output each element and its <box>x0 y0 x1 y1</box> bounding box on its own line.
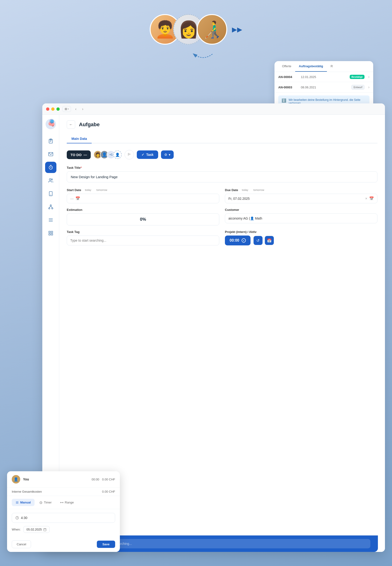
task-title-label: Task Title* <box>67 166 378 170</box>
task-check-icon: ✓ <box>141 153 144 156</box>
sidebar-item-clipboard[interactable] <box>45 135 56 147</box>
sidebar-item-list[interactable] <box>45 214 56 226</box>
start-tomorrow-btn[interactable]: tomorrow <box>95 188 109 192</box>
avatar-stack: 👩 👤 +1 👤 <box>94 150 122 159</box>
customer-value: aiconomy AG (👤 Math <box>228 216 262 220</box>
time-field-value: 4:30 <box>21 516 27 520</box>
row1-chevron[interactable]: › <box>368 75 369 79</box>
maximize-button[interactable] <box>56 107 60 111</box>
cancel-button[interactable]: Cancel <box>12 540 31 548</box>
sidebar-item-mobile[interactable] <box>45 188 56 199</box>
sidebar-toggle[interactable]: ⊞ ▾ <box>63 106 71 112</box>
row2-chevron[interactable]: › <box>368 85 369 89</box>
popup-tab-range[interactable]: Range <box>56 499 78 506</box>
svg-point-11 <box>49 179 51 180</box>
due-calendar-icon[interactable]: 📅 <box>369 196 374 201</box>
svg-rect-34 <box>43 528 46 531</box>
bottom-bar <box>84 536 378 552</box>
svg-rect-23 <box>49 231 50 233</box>
forward-arrow: ▶▶ <box>232 26 242 33</box>
traffic-lights <box>46 107 60 111</box>
task-button[interactable]: ✓ Task <box>137 150 158 159</box>
when-date-value: 05.02.2025 <box>27 528 42 531</box>
bottom-search-input[interactable] <box>92 539 370 548</box>
estimation-label: Estimation <box>67 208 219 212</box>
todo-badge[interactable]: TO DO — <box>67 150 91 159</box>
sidebar-item-network[interactable] <box>45 201 56 212</box>
customer-field: Customer aiconomy AG (👤 Math <box>225 208 378 226</box>
gesamtkosten-cost: 0.00 CHF <box>102 490 115 493</box>
svg-text:🌐: 🌐 <box>50 120 54 123</box>
when-label: When: <box>12 528 21 531</box>
nav-forward-btn[interactable]: › <box>81 106 84 112</box>
start-today-btn[interactable]: today <box>84 188 93 192</box>
tab-r[interactable]: R <box>327 61 336 72</box>
popup-cost: 0.00 CHF <box>102 478 115 481</box>
task-tag-input[interactable] <box>67 236 219 245</box>
popup-user: You <box>23 477 89 481</box>
status-badge-entwurf: Entwurf <box>351 85 364 90</box>
required-mark: * <box>81 166 82 170</box>
estimation-input[interactable] <box>67 213 219 226</box>
sidebar-item-mail[interactable] <box>45 149 56 160</box>
timer-value: 00:00 <box>230 238 239 242</box>
due-date-clear-icon[interactable]: × <box>365 197 367 201</box>
customer-input[interactable]: aiconomy AG (👤 Math <box>225 213 378 223</box>
task-btn-label: Task <box>146 153 154 156</box>
popup-tab-manual[interactable]: Manual <box>12 499 35 506</box>
offerte-tabs: Offerte Auftragsbestätig R <box>275 61 373 72</box>
popup-tabs: Manual Timer Range <box>7 496 120 509</box>
start-calendar-icon[interactable]: 📅 <box>75 196 80 201</box>
popup-actions: Cancel Save <box>7 540 120 552</box>
customer-label: Customer <box>225 208 378 212</box>
proj-calendar-btn[interactable]: 📅 <box>265 236 274 245</box>
popup-tab-timer[interactable]: Timer <box>35 499 56 506</box>
svg-rect-26 <box>51 234 52 235</box>
svg-point-16 <box>48 208 50 209</box>
timer-stop-icon[interactable]: ● <box>242 238 246 242</box>
tab-main-data[interactable]: Main Data <box>67 134 92 143</box>
tab-auftragsbestatigt[interactable]: Auftragsbestätig <box>295 61 327 72</box>
svg-rect-25 <box>49 234 50 235</box>
gear-dropdown-button[interactable]: ⚙ ▾ <box>161 150 174 159</box>
back-button[interactable]: ← <box>67 120 75 129</box>
window-titlebar: ⊞ ▾ ‹ › <box>42 103 385 115</box>
popup-header: 👤 You 00:00 0.00 CHF <box>7 471 120 487</box>
page-header: ← Aufgabe <box>67 120 378 129</box>
svg-line-18 <box>49 206 51 208</box>
nav-back-btn[interactable]: ‹ <box>74 106 78 112</box>
time-field[interactable]: 4:30 <box>12 513 115 523</box>
close-button[interactable] <box>46 107 49 111</box>
flag-button[interactable]: 🏳 <box>125 150 134 159</box>
task-tag-label: Task Tag <box>67 230 219 234</box>
due-date-value: Fr, 07.02.2025 <box>228 197 250 200</box>
task-tag-field: Task Tag <box>67 230 219 250</box>
svg-point-15 <box>50 205 52 206</box>
minimize-button[interactable] <box>51 107 55 111</box>
proj-refresh-btn[interactable]: ↺ <box>253 236 263 245</box>
save-button[interactable]: Save <box>97 541 115 548</box>
sidebar-item-timer[interactable] <box>45 162 56 173</box>
when-date-input[interactable]: 05.02.2025 <box>24 526 50 533</box>
due-date-input[interactable]: Fr, 07.02.2025 × 📅 <box>225 194 378 203</box>
svg-rect-24 <box>51 231 52 233</box>
date-row: Start Date today tomorrow — 📅 Due Date t… <box>67 188 378 203</box>
app-logo[interactable]: 🧠 🌐 <box>45 118 56 130</box>
popup-body: 4:30 When: 05.02.2025 <box>7 509 120 540</box>
sidebar-item-grid[interactable] <box>45 227 56 239</box>
avatar-3: 👨‍🦯 <box>197 14 227 45</box>
timer-display: 00:00 ● <box>225 236 251 245</box>
due-today-btn[interactable]: today <box>240 188 250 192</box>
avatar-section: 🧑‍🦱 👩 👨‍🦯 ▶▶ <box>150 14 242 45</box>
when-row: When: 05.02.2025 <box>12 526 115 533</box>
projekt-actions: ↺ 📅 <box>253 236 274 245</box>
tab-offerte[interactable]: Offerte <box>278 61 295 72</box>
page-title: Aufgabe <box>79 122 100 128</box>
sidebar-item-users[interactable] <box>45 175 56 186</box>
assignee-add-btn[interactable]: 👤 <box>113 150 122 159</box>
sidebar-toggle-icon: ⊞ <box>65 107 67 111</box>
todo-dash: — <box>84 153 87 157</box>
task-title-input[interactable] <box>67 171 378 182</box>
due-tomorrow-btn[interactable]: tomorrow <box>252 188 266 192</box>
start-date-input[interactable]: — 📅 <box>67 194 219 203</box>
